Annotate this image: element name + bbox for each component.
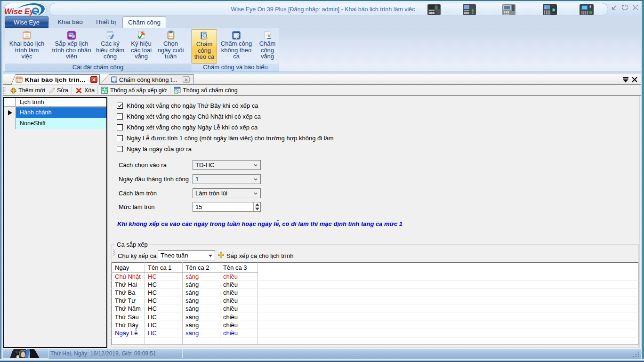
svg-text:23: 23 xyxy=(25,34,29,37)
